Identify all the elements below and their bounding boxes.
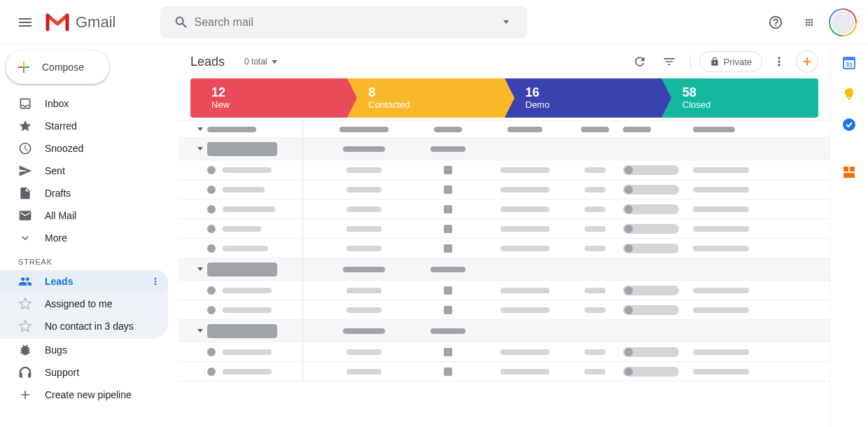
expand-all-button[interactable] <box>193 127 207 131</box>
nav-label: Sent <box>45 165 65 176</box>
table-group-row[interactable] <box>179 258 830 281</box>
divider <box>690 55 691 69</box>
cell <box>584 246 606 251</box>
help-icon <box>768 15 783 30</box>
nav-label: All Mail <box>45 210 76 221</box>
nav-support[interactable]: Support <box>0 361 168 384</box>
cell <box>693 206 749 212</box>
cell-pill <box>623 305 679 315</box>
cell <box>693 187 749 192</box>
main-content: Leads 0 total Private <box>179 45 830 427</box>
tasks-app-button[interactable] <box>842 118 856 132</box>
pipeline-count-label: 0 total <box>244 57 267 66</box>
nav-label: Assigned to me <box>45 298 113 309</box>
apps-grid-icon <box>802 15 816 29</box>
cell <box>444 225 452 233</box>
streak-icon <box>842 165 856 179</box>
table-group-row[interactable] <box>179 138 830 160</box>
nav-snoozed[interactable]: Snoozed <box>0 137 168 160</box>
stage-demo[interactable]: 16 Demo <box>505 78 662 118</box>
star-outline-icon <box>18 319 32 333</box>
streak-leads-group: Leads Assigned to me No contact in 3 day… <box>0 270 168 339</box>
group-label <box>207 324 277 338</box>
stage-name: New <box>211 99 347 110</box>
compose-button[interactable]: Compose <box>6 50 109 84</box>
column-header[interactable] <box>581 127 609 132</box>
nav-all-mail[interactable]: All Mail <box>0 204 168 227</box>
apps-button[interactable] <box>795 8 823 36</box>
status-dot <box>207 244 216 253</box>
streak-leads[interactable]: Leads <box>0 270 168 293</box>
cell <box>346 369 382 374</box>
table-row[interactable] <box>179 200 830 219</box>
add-button[interactable] <box>796 50 818 73</box>
cell <box>584 307 606 313</box>
nav-sent[interactable]: Sent <box>0 160 168 182</box>
streak-no-contact[interactable]: No contact in 3 days <box>0 315 168 337</box>
cell <box>693 349 749 355</box>
column-header[interactable] <box>434 127 462 132</box>
column-header[interactable] <box>340 127 388 132</box>
calendar-app-button[interactable]: 31 <box>842 56 856 70</box>
table-row[interactable] <box>179 219 830 239</box>
nav-bugs[interactable]: Bugs <box>0 339 168 361</box>
sidebar: Compose Inbox Starred Snoozed Sent Draft… <box>0 45 179 427</box>
refresh-button[interactable] <box>627 49 652 74</box>
keep-app-button[interactable] <box>842 87 856 101</box>
account-button[interactable] <box>829 8 857 36</box>
cell <box>346 246 382 251</box>
cell <box>693 288 749 293</box>
pipeline-title: Leads <box>190 55 225 69</box>
column-header[interactable] <box>507 127 542 132</box>
table-group-row[interactable] <box>179 320 830 342</box>
status-dot <box>207 368 216 376</box>
column-header[interactable] <box>207 127 256 132</box>
filter-button[interactable] <box>657 49 682 74</box>
svg-rect-4 <box>844 167 848 172</box>
stage-new[interactable]: 12 New <box>190 78 347 118</box>
plus-icon <box>18 388 32 402</box>
cell <box>346 349 382 355</box>
pipeline-count-dropdown[interactable]: 0 total <box>244 57 277 66</box>
svg-text:31: 31 <box>846 61 853 68</box>
more-button[interactable] <box>766 49 792 74</box>
table-row[interactable] <box>179 239 830 258</box>
stage-closed[interactable]: 58 Closed <box>662 78 818 118</box>
nav-drafts[interactable]: Drafts <box>0 182 168 204</box>
more-vert-icon <box>772 55 786 69</box>
tasks-icon <box>842 118 856 132</box>
table-row[interactable] <box>179 300 830 320</box>
nav-starred[interactable]: Starred <box>0 115 168 137</box>
cell <box>444 166 452 174</box>
nav-inbox[interactable]: Inbox <box>0 92 168 115</box>
leads-menu-button[interactable] <box>150 276 161 287</box>
cell <box>223 187 265 192</box>
compose-plus-icon <box>15 59 32 76</box>
private-button[interactable]: Private <box>699 51 762 72</box>
cell-pill <box>623 347 679 357</box>
cell <box>346 167 382 173</box>
table-row[interactable] <box>179 180 830 200</box>
table-row[interactable] <box>179 281 830 300</box>
cell <box>584 206 606 212</box>
cell <box>346 288 382 293</box>
column-header[interactable] <box>623 127 651 132</box>
gmail-logo[interactable]: Gmail <box>45 13 115 32</box>
streak-assigned[interactable]: Assigned to me <box>0 293 168 315</box>
support-button[interactable] <box>762 8 790 36</box>
nav-more[interactable]: More <box>0 227 168 249</box>
stage-contacted[interactable]: 8 Contacted <box>347 78 504 118</box>
table-row[interactable] <box>179 342 830 362</box>
search-input[interactable] <box>194 16 493 29</box>
table-row[interactable] <box>179 160 830 180</box>
streak-panel-button[interactable] <box>842 165 856 179</box>
private-label: Private <box>724 57 752 67</box>
bug-icon <box>18 343 32 357</box>
nav-create-pipeline[interactable]: Create new pipeline <box>0 384 168 406</box>
search-options-button[interactable] <box>493 20 519 24</box>
main-menu-button[interactable] <box>8 6 42 39</box>
search-box[interactable] <box>160 6 527 38</box>
column-header[interactable] <box>693 127 735 132</box>
cell <box>584 349 606 355</box>
table-row[interactable] <box>179 362 830 382</box>
